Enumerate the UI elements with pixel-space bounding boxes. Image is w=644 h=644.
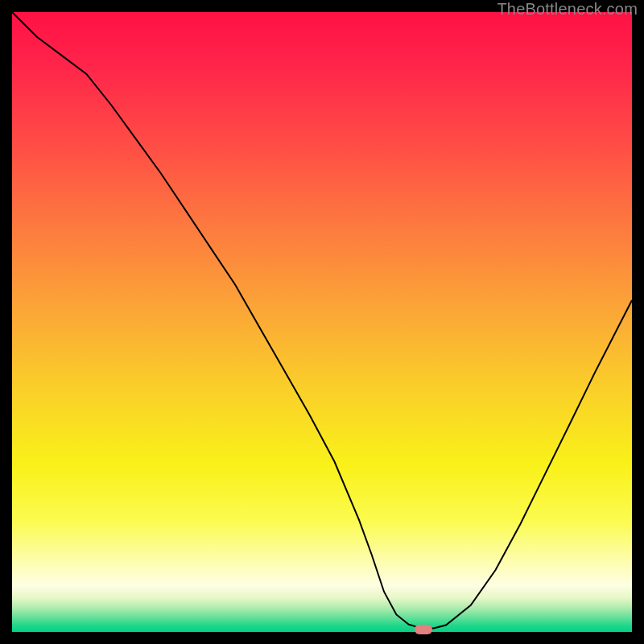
plot-area	[12, 12, 632, 632]
optimal-marker	[415, 625, 432, 634]
chart-container: TheBottleneck.com	[0, 0, 644, 644]
watermark-text: TheBottleneck.com	[497, 0, 638, 19]
bottleneck-curve	[12, 12, 632, 632]
